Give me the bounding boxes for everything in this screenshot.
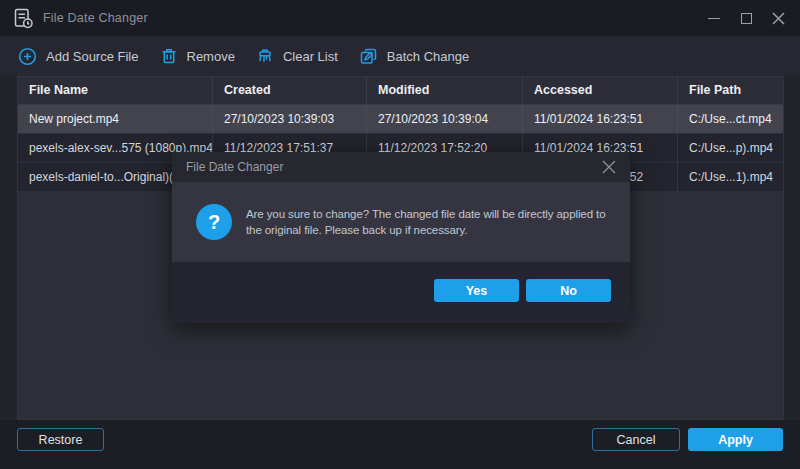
column-header-modified: Modified <box>367 77 523 104</box>
dialog-header: File Date Changer <box>172 152 630 182</box>
yes-button[interactable]: Yes <box>434 279 519 302</box>
bottom-bar: Restore Cancel Apply <box>0 420 800 469</box>
cell-modified: 27/10/2023 10:39:04 <box>367 105 523 133</box>
add-circle-icon <box>18 47 37 66</box>
window-title: File Date Changer <box>43 11 148 25</box>
cancel-button[interactable]: Cancel <box>592 428 680 451</box>
file-date-changer-window: File Date Changer Add Source File Remove <box>0 0 800 469</box>
cell-file-path: C:/Use...1).mp4 <box>678 163 783 191</box>
clear-list-label: Clear List <box>283 49 338 64</box>
title-bar: File Date Changer <box>0 0 800 36</box>
table-header: File Name Created Modified Accessed File… <box>18 77 783 105</box>
cell-file-name: New project.mp4 <box>18 105 213 133</box>
table-row[interactable]: New project.mp4 27/10/2023 10:39:03 27/1… <box>18 105 783 134</box>
close-icon <box>772 12 785 25</box>
dialog-body: ? Are you sure to change? The changed fi… <box>172 182 630 262</box>
batch-change-button[interactable]: Batch Change <box>359 47 469 66</box>
cell-file-path: C:/Use...ct.mp4 <box>678 105 783 133</box>
no-button[interactable]: No <box>526 279 611 302</box>
clear-list-button[interactable]: Clear List <box>256 47 338 65</box>
dialog-message: Are you sure to change? The changed file… <box>246 206 624 238</box>
minimize-button[interactable] <box>698 0 730 36</box>
app-logo-icon <box>12 7 34 29</box>
maximize-icon <box>741 13 752 24</box>
maximize-button[interactable] <box>730 0 762 36</box>
dialog-title: File Date Changer <box>186 160 600 174</box>
column-header-accessed: Accessed <box>523 77 678 104</box>
restore-button[interactable]: Restore <box>17 428 104 451</box>
dialog-close-button[interactable] <box>600 158 618 176</box>
column-header-file-name: File Name <box>18 77 213 104</box>
toolbar: Add Source File Remove Clear List <box>0 36 800 76</box>
question-icon: ? <box>196 204 232 240</box>
batch-edit-icon <box>359 47 378 66</box>
close-icon <box>602 160 616 174</box>
batch-change-label: Batch Change <box>387 49 469 64</box>
broom-icon <box>256 47 274 65</box>
column-header-file-path: File Path <box>678 77 783 104</box>
cell-accessed: 11/01/2024 16:23:51 <box>523 105 678 133</box>
cell-file-path: C:/Use...p).mp4 <box>678 134 783 162</box>
minimize-icon <box>708 18 720 19</box>
remove-label: Remove <box>187 49 235 64</box>
confirm-dialog: File Date Changer ? Are you sure to chan… <box>172 152 630 323</box>
apply-button[interactable]: Apply <box>688 428 783 451</box>
remove-button[interactable]: Remove <box>160 47 235 65</box>
trash-icon <box>160 47 178 65</box>
window-controls <box>698 0 794 36</box>
close-button[interactable] <box>762 0 794 36</box>
dialog-footer: Yes No <box>172 262 630 323</box>
column-header-created: Created <box>213 77 367 104</box>
add-source-file-label: Add Source File <box>46 49 139 64</box>
add-source-file-button[interactable]: Add Source File <box>18 47 139 66</box>
cell-created: 27/10/2023 10:39:03 <box>213 105 367 133</box>
